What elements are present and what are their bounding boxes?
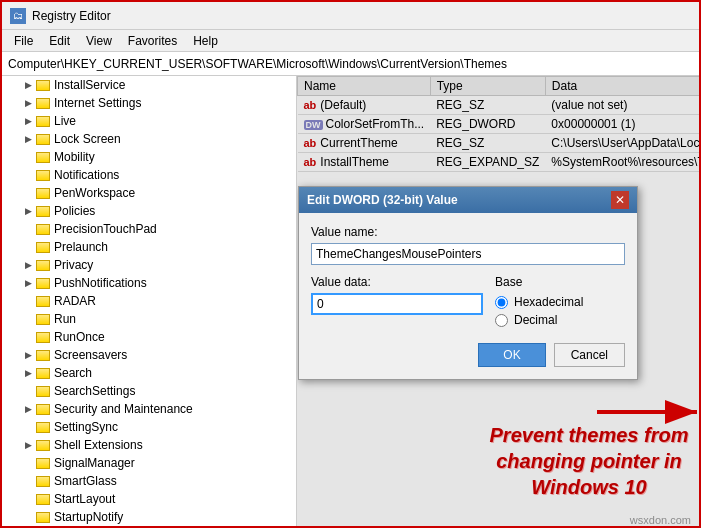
tree-arrow-icon: ▶: [22, 79, 34, 91]
tree-arrow-icon: [22, 511, 34, 523]
tree-arrow-icon: [22, 295, 34, 307]
dialog-close-button[interactable]: ✕: [611, 191, 629, 209]
tree-item-label: RunOnce: [54, 330, 105, 344]
folder-icon: [36, 98, 50, 109]
tree-item-label: RADAR: [54, 294, 96, 308]
tree-item-label: Policies: [54, 204, 95, 218]
cancel-button[interactable]: Cancel: [554, 343, 625, 367]
folder-icon: [36, 458, 50, 469]
menu-bar: File Edit View Favorites Help: [2, 30, 699, 52]
tree-arrow-icon: ▶: [22, 259, 34, 271]
folder-icon: [36, 170, 50, 181]
value-data-label: Value data:: [311, 275, 483, 289]
tree-item-label: StartLayout: [54, 492, 115, 506]
tree-arrow-icon: [22, 241, 34, 253]
dialog-backdrop: Edit DWORD (32-bit) Value ✕ Value name: …: [297, 76, 699, 528]
tree-item[interactable]: RADAR: [2, 292, 296, 310]
tree-item[interactable]: ▶Live: [2, 112, 296, 130]
tree-item[interactable]: ▶Lock Screen: [2, 130, 296, 148]
folder-icon: [36, 278, 50, 289]
tree-arrow-icon: [22, 187, 34, 199]
registry-tree[interactable]: ▶InstallService▶Internet Settings▶Live▶L…: [2, 76, 297, 528]
folder-icon: [36, 350, 50, 361]
tree-item[interactable]: SettingSync: [2, 418, 296, 436]
tree-item[interactable]: Prelaunch: [2, 238, 296, 256]
radio-hex[interactable]: [495, 296, 508, 309]
tree-item[interactable]: ▶Privacy: [2, 256, 296, 274]
folder-icon: [36, 260, 50, 271]
tree-arrow-icon: ▶: [22, 97, 34, 109]
tree-arrow-icon: [22, 151, 34, 163]
folder-icon: [36, 224, 50, 235]
tree-item[interactable]: ▶InstallService: [2, 76, 296, 94]
folder-icon: [36, 188, 50, 199]
menu-help[interactable]: Help: [185, 32, 226, 50]
tree-arrow-icon: ▶: [22, 439, 34, 451]
tree-arrow-icon: ▶: [22, 349, 34, 361]
tree-item[interactable]: ▶Search: [2, 364, 296, 382]
tree-item[interactable]: ▶Screensavers: [2, 346, 296, 364]
tree-item[interactable]: ▶Shell Extensions: [2, 436, 296, 454]
menu-file[interactable]: File: [6, 32, 41, 50]
tree-item[interactable]: StartupNotify: [2, 508, 296, 526]
tree-arrow-icon: [22, 169, 34, 181]
app-title: Registry Editor: [32, 9, 111, 23]
tree-item-label: Run: [54, 312, 76, 326]
radio-dec-label[interactable]: Decimal: [495, 313, 625, 327]
tree-item-label: StartupNotify: [54, 510, 123, 524]
tree-item[interactable]: RunOnce: [2, 328, 296, 346]
tree-item-label: PushNotifications: [54, 276, 147, 290]
address-path: Computer\HKEY_CURRENT_USER\SOFTWARE\Micr…: [8, 57, 507, 71]
tree-item[interactable]: ▶Policies: [2, 202, 296, 220]
tree-item[interactable]: Mobility: [2, 148, 296, 166]
dialog-left-col: Value data:: [311, 275, 483, 331]
folder-icon: [36, 404, 50, 415]
folder-icon: [36, 206, 50, 217]
tree-item-label: SignalManager: [54, 456, 135, 470]
folder-icon: [36, 512, 50, 523]
tree-item[interactable]: SmartGlass: [2, 472, 296, 490]
radio-dec[interactable]: [495, 314, 508, 327]
dialog-titlebar: Edit DWORD (32-bit) Value ✕: [299, 187, 637, 213]
folder-icon: [36, 296, 50, 307]
tree-arrow-icon: ▶: [22, 367, 34, 379]
tree-item[interactable]: ▶PushNotifications: [2, 274, 296, 292]
tree-item[interactable]: Run: [2, 310, 296, 328]
app-icon: 🗂: [10, 8, 26, 24]
tree-item-label: SmartGlass: [54, 474, 117, 488]
tree-item[interactable]: Notifications: [2, 166, 296, 184]
value-name-label: Value name:: [311, 225, 625, 239]
tree-arrow-icon: [22, 331, 34, 343]
tree-item[interactable]: SearchSettings: [2, 382, 296, 400]
tree-item-label: Search: [54, 366, 92, 380]
title-bar: 🗂 Registry Editor: [2, 2, 699, 30]
tree-item-label: Mobility: [54, 150, 95, 164]
arrow-svg: [587, 392, 699, 432]
value-name-input[interactable]: [311, 243, 625, 265]
tree-item-label: Prelaunch: [54, 240, 108, 254]
tree-item[interactable]: ▶Security and Maintenance: [2, 400, 296, 418]
tree-item[interactable]: SignalManager: [2, 454, 296, 472]
menu-edit[interactable]: Edit: [41, 32, 78, 50]
tree-item-label: Shell Extensions: [54, 438, 143, 452]
tree-arrow-icon: ▶: [22, 133, 34, 145]
tree-arrow-icon: ▶: [22, 403, 34, 415]
folder-icon: [36, 314, 50, 325]
tree-item[interactable]: PrecisionTouchPad: [2, 220, 296, 238]
folder-icon: [36, 422, 50, 433]
tree-item-label: Notifications: [54, 168, 119, 182]
tree-item-label: Screensavers: [54, 348, 127, 362]
tree-item-label: SettingSync: [54, 420, 118, 434]
radio-hex-label[interactable]: Hexadecimal: [495, 295, 625, 309]
value-data-input[interactable]: [311, 293, 483, 315]
dialog-body: Value name: Value data: Base Hexadecimal: [299, 213, 637, 379]
ok-button[interactable]: OK: [478, 343, 545, 367]
menu-view[interactable]: View: [78, 32, 120, 50]
tree-item[interactable]: StartLayout: [2, 490, 296, 508]
tree-arrow-icon: ▶: [22, 115, 34, 127]
menu-favorites[interactable]: Favorites: [120, 32, 185, 50]
tree-arrow-icon: [22, 493, 34, 505]
tree-item-label: PenWorkspace: [54, 186, 135, 200]
tree-item[interactable]: ▶Internet Settings: [2, 94, 296, 112]
tree-item[interactable]: PenWorkspace: [2, 184, 296, 202]
